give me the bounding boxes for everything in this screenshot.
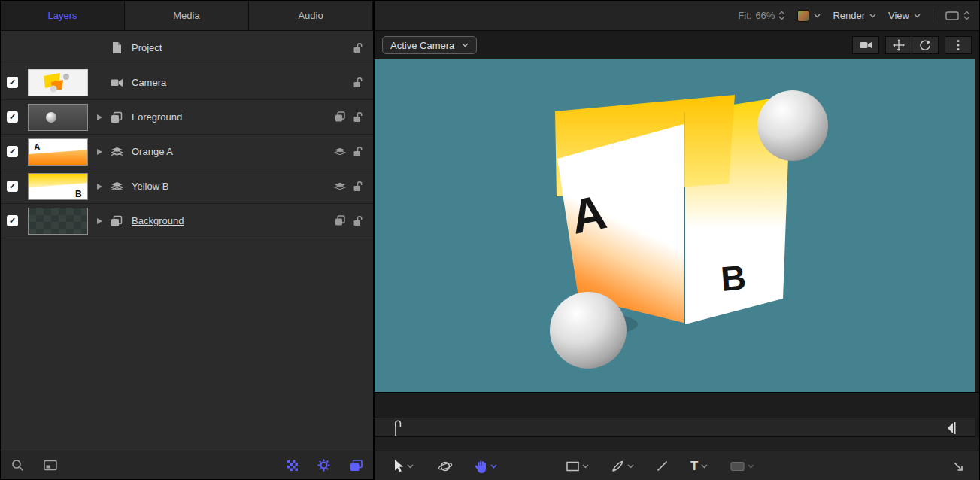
search-button[interactable] — [11, 459, 24, 472]
sphere-bottom[interactable] — [550, 292, 627, 369]
camera-thumbnail — [28, 69, 88, 96]
play-range-in-marker[interactable] — [393, 420, 403, 439]
top-bar: Layers Media Audio Fit: 66% Render View — [1, 1, 979, 31]
render-menu[interactable]: Render — [833, 10, 876, 21]
camera-overlay-button[interactable] — [852, 36, 879, 54]
layer-row-foreground[interactable]: ✓ Foreground — [1, 100, 373, 135]
image-mask-tool[interactable] — [726, 458, 759, 475]
yellow-b-thumbnail: B — [28, 173, 88, 200]
line-tool[interactable] — [652, 457, 672, 475]
disclosure-triangle[interactable] — [97, 218, 102, 224]
rectangle-icon — [566, 461, 579, 472]
display-layout-menu[interactable] — [945, 11, 970, 21]
layers-badge-icon — [334, 147, 346, 156]
stepper-icon — [778, 11, 785, 20]
lock-open-icon[interactable] — [353, 215, 363, 226]
chevron-down-icon — [748, 464, 754, 469]
play-range-out-marker[interactable] — [947, 421, 957, 438]
timeline-spacer — [375, 437, 979, 451]
svg-text:B: B — [75, 189, 82, 199]
sphere-top[interactable] — [757, 90, 828, 161]
layer-row-yellow-b[interactable]: ✓ B Yellow B — [1, 169, 373, 204]
layer-name: Orange A — [130, 146, 334, 157]
stacked-panels-icon — [350, 460, 363, 472]
tab-audio[interactable]: Audio — [249, 1, 373, 30]
lock-open-icon[interactable] — [353, 77, 363, 88]
rotate-icon — [919, 39, 931, 51]
more-options-button[interactable] — [945, 36, 972, 54]
active-camera-menu[interactable]: Active Camera — [382, 36, 477, 54]
paint-stroke-tool[interactable] — [607, 457, 639, 475]
lock-open-icon[interactable] — [353, 146, 363, 157]
chevron-down-icon — [582, 464, 589, 469]
move-3d-button[interactable] — [885, 36, 912, 54]
fit-label: Fit: — [738, 10, 751, 21]
adjust-3d-transform-tool[interactable] — [433, 457, 457, 476]
orange-a-thumbnail: A — [28, 138, 88, 166]
tab-audio-label: Audio — [298, 10, 323, 21]
zoom-fit-menu[interactable]: Fit: 66% — [738, 10, 785, 21]
letter-b-text[interactable]: B — [719, 257, 748, 299]
layer-row-orange-a[interactable]: ✓ A Orange A — [1, 135, 373, 169]
chevron-down-icon — [701, 464, 708, 469]
disclosure-triangle[interactable] — [97, 149, 102, 155]
svg-text:A: A — [34, 142, 41, 153]
visibility-checkbox[interactable]: ✓ — [7, 215, 18, 226]
settings-gear-button[interactable] — [317, 459, 330, 472]
foreground-thumbnail — [28, 104, 88, 131]
chevron-down-icon — [407, 464, 414, 469]
color-swatch-icon — [797, 10, 809, 22]
layers-stack-icon — [111, 181, 123, 192]
visibility-checkbox[interactable]: ✓ — [7, 111, 18, 123]
lock-open-icon[interactable] — [353, 111, 363, 123]
tab-media[interactable]: Media — [125, 1, 249, 30]
chevron-down-icon — [490, 464, 497, 469]
image-mask-icon — [730, 461, 745, 472]
chevron-down-icon — [814, 14, 821, 18]
timing-area — [375, 392, 979, 418]
arrow-cursor-icon — [394, 460, 404, 472]
channels-swatch-menu[interactable] — [797, 10, 821, 22]
disclosure-triangle[interactable] — [97, 184, 102, 190]
show-panels-button[interactable] — [350, 460, 363, 472]
paintbrush-icon — [611, 460, 624, 472]
view-controls: Fit: 66% Render View — [375, 1, 979, 30]
visibility-checkbox[interactable]: ✓ — [7, 146, 18, 157]
visibility-checkbox[interactable]: ✓ — [7, 77, 18, 88]
fit-value: 66% — [755, 10, 775, 21]
thumbnail-display-button[interactable] — [44, 460, 57, 471]
project-document-icon — [111, 41, 123, 54]
orbit-icon — [438, 460, 453, 473]
layer-row-camera[interactable]: ✓ Camera — [1, 65, 373, 100]
fullscreen-button[interactable] — [952, 460, 964, 472]
lock-open-icon[interactable] — [353, 42, 363, 53]
layer-row-project[interactable]: Project — [1, 31, 373, 65]
view-menu[interactable]: View — [888, 10, 921, 21]
select-transform-tool[interactable] — [390, 457, 418, 475]
rotate-3d-button[interactable] — [912, 36, 939, 54]
lock-open-icon[interactable] — [353, 181, 363, 192]
canvas-viewport[interactable]: A B — [375, 59, 975, 392]
transparency-checker-button[interactable] — [287, 460, 298, 471]
layer-row-background[interactable]: ✓ Background — [1, 204, 373, 238]
layers-panel-empty-area[interactable] — [1, 238, 373, 451]
canvas-toolbar: T — [375, 451, 979, 480]
text-tool[interactable]: T — [686, 457, 712, 475]
camera-icon — [860, 40, 872, 50]
render-label: Render — [833, 10, 865, 21]
tab-layers[interactable]: Layers — [1, 1, 125, 30]
layers-badge-icon — [334, 181, 346, 191]
pan-hand-tool[interactable] — [471, 457, 502, 476]
disclosure-triangle[interactable] — [97, 114, 102, 120]
rectangle-shape-tool[interactable] — [562, 458, 593, 475]
mini-timeline[interactable] — [375, 418, 975, 437]
tab-layers-label: Layers — [47, 10, 77, 21]
stepper-icon — [963, 11, 970, 20]
visibility-checkbox[interactable]: ✓ — [7, 181, 18, 192]
chevron-down-icon — [869, 14, 876, 18]
thumbnail-display-icon — [44, 460, 57, 471]
search-icon — [11, 459, 24, 472]
layers-panel: Project ✓ — [1, 31, 375, 479]
canvas-header: Active Camera — [375, 31, 979, 59]
text-tool-glyph: T — [690, 460, 698, 472]
